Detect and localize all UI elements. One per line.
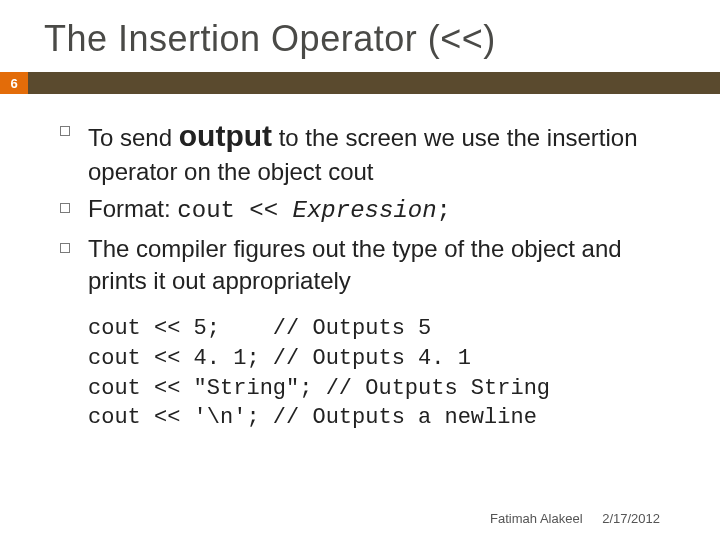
- bullet-2: Format: cout << Expression;: [60, 193, 676, 227]
- bullet-2-expr: Expression: [293, 197, 437, 224]
- bullet-1: To send output to the screen we use the …: [60, 116, 676, 187]
- slide: The Insertion Operator (<<) 6 To send ou…: [0, 0, 720, 540]
- code-line-3: cout << "String"; // Outputs String: [88, 376, 550, 401]
- footer: Fatimah Alakeel 2/17/2012: [490, 511, 660, 526]
- accent-bar: 6: [0, 72, 720, 94]
- bullet-2-pre: Format:: [88, 195, 177, 222]
- bullet-2-end: ;: [437, 197, 451, 224]
- bullet-1-pre: To send: [88, 124, 179, 151]
- bullet-3: The compiler figures out the type of the…: [60, 233, 676, 296]
- code-block: cout << 5; // Outputs 5 cout << 4. 1; //…: [88, 314, 676, 433]
- slide-title: The Insertion Operator (<<): [0, 0, 720, 72]
- code-line-4: cout << '\n'; // Outputs a newline: [88, 405, 537, 430]
- bullet-list: To send output to the screen we use the …: [60, 116, 676, 296]
- bullet-2-code: cout <<: [177, 197, 292, 224]
- footer-author: Fatimah Alakeel: [490, 511, 583, 526]
- page-number-badge: 6: [0, 72, 28, 94]
- slide-body: To send output to the screen we use the …: [0, 116, 720, 433]
- footer-date: 2/17/2012: [602, 511, 660, 526]
- code-line-1: cout << 5; // Outputs 5: [88, 316, 431, 341]
- bullet-1-emph: output: [179, 119, 272, 152]
- accent-bar-fill: [28, 72, 720, 94]
- code-line-2: cout << 4. 1; // Outputs 4. 1: [88, 346, 471, 371]
